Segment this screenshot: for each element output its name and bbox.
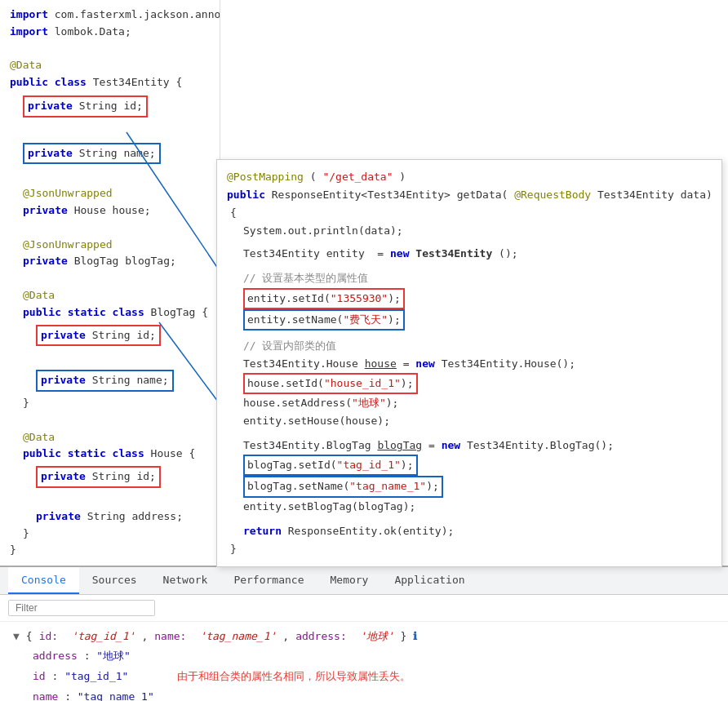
devtools-tabs: Console Sources Network Performance Memo… [0,567,728,595]
info-icon: ℹ [413,627,417,646]
house-init: Test34Entity.House house = new Test34Ent… [227,355,712,373]
blogtag-setid: blogTag.setId("tag_id_1"); [243,455,418,476]
code-area: import com.fasterxml.jackson.annotation.… [0,0,728,566]
blank-5 [0,270,220,287]
field-id-highlight: private String id; [23,95,148,118]
blank-7 [0,412,220,429]
class-decl: public class Test34Entity { [0,74,220,91]
annotation-json-unwrapped-1: @JsonUnwrapped [0,185,220,202]
entity-setblogtag: entity.setBlogTag(blogTag); [227,498,712,516]
main-container: import com.fasterxml.jackson.annotation.… [0,0,728,701]
import-line-2: import lombok.Data; [0,24,220,41]
expand-icon: ▼ [13,627,20,646]
blogtag-close: } [0,395,220,412]
house-setid: house.setId("house_id_1"); [243,373,418,394]
return-line: return ResponseEntity.ok(entity); [227,522,712,540]
devtools-panel: Console Sources Network Performance Memo… [0,566,728,701]
devtools-filter-bar [0,595,728,622]
blank-1 [0,41,220,58]
set-name-line: entity.setName("费飞天"); [227,309,712,331]
inner-class-blogtag: public static class BlogTag { [0,304,220,322]
tab-network[interactable]: Network [150,567,221,594]
blank-6 [0,349,220,366]
outer-close: } [0,542,220,559]
post-mapping: @PostMapping ( "/get_data" ) [227,168,712,186]
console-props: address : "地球" id : "tag_id_1" 由于和组合类的属性… [13,646,715,702]
blank-8 [0,491,220,508]
right-code-panel: @PostMapping ( "/get_data" ) public Resp… [216,159,722,567]
field-name-blue: private String name; [0,142,220,166]
annotation-text: 由于和组合类的属性名相同，所以导致属性丢失。 [177,667,411,685]
tab-sources[interactable]: Sources [79,567,150,594]
house-close: } [0,526,220,543]
tab-memory[interactable]: Memory [317,567,381,594]
annotation-data-3: @Data [0,429,220,446]
blogtag-init: Test34Entity.BlogTag blogTag = new Test3… [227,437,712,455]
blank-4 [0,220,220,237]
blank-3 [0,168,220,185]
blogtag-name-blue: private String name; [0,369,220,393]
house-id-highlight: private String id; [36,466,161,488]
prop-id-row: id : "tag_id_1" 由于和组合类的属性名相同，所以导致属性丢失。 [33,667,715,685]
entity-sethouse: entity.setHouse(house); [227,412,712,430]
field-blogtag: private BlogTag blogTag; [0,253,220,270]
house-id-red: private String id; [0,465,220,489]
house-address: private String address; [0,508,220,526]
blogtag-name-highlight: private String name; [36,370,174,392]
field-name-highlight: private String name; [23,143,161,165]
blogtag-id-red: private String id; [0,324,220,348]
prop-name: name : "tag_name_1" [33,687,715,701]
entity-setname: entity.setName("费飞天"); [243,309,405,331]
tab-application[interactable]: Application [381,567,477,594]
blogtag-id-highlight: private String id; [36,325,161,347]
devtools-console-content: ▼ { id: 'tag_id_1' , name: 'tag_name_1' … [0,622,728,701]
comment-basic: // 设置基本类型的属性值 [227,269,712,287]
entity-init: Test34Entity entity = new Test34Entity (… [227,245,712,263]
prop-address: address : "地球" [33,646,715,665]
blogtag-setid-line: blogTag.setId("tag_id_1"); [227,455,712,476]
field-house: private House house; [0,202,220,220]
comment-inner: // 设置内部类的值 [227,337,712,355]
blogtag-setname-line: blogTag.setName("tag_name_1"); [227,476,712,497]
method-signature: public ResponseEntity<Test34Entity> getD… [227,186,712,204]
set-id-line: entity.setId("1355930"); [227,288,712,309]
prop-id: id : "tag_id_1" [33,667,128,685]
blank-2 [0,122,220,139]
close-brace: } [227,540,712,558]
devtools-filter-input[interactable] [8,600,155,616]
println-line: System.out.println(data); [227,222,712,240]
entity-setid: entity.setId("1355930"); [243,288,405,309]
annotation-data-2: @Data [0,287,220,304]
tab-performance[interactable]: Performance [220,567,317,594]
inner-class-house: public static class House { [0,446,220,463]
tab-console[interactable]: Console [8,567,79,594]
field-id-red: private String id; [0,95,220,118]
house-setid-line: house.setId("house_id_1"); [227,373,712,394]
keyword-import: import [10,8,48,20]
import-line-1: import com.fasterxml.jackson.annotation.… [0,7,220,24]
annotation-data: @Data [0,57,220,74]
console-object-line: ▼ { id: 'tag_id_1' , name: 'tag_name_1' … [13,627,715,646]
open-brace: { [227,204,712,222]
left-code-panel: import com.fasterxml.jackson.annotation.… [0,0,220,566]
blogtag-setname: blogTag.setName("tag_name_1"); [243,476,443,497]
house-setaddress: house.setAddress("地球"); [227,394,712,412]
annotation-json-unwrapped-2: @JsonUnwrapped [0,237,220,254]
keyword-import2: import [10,25,48,38]
